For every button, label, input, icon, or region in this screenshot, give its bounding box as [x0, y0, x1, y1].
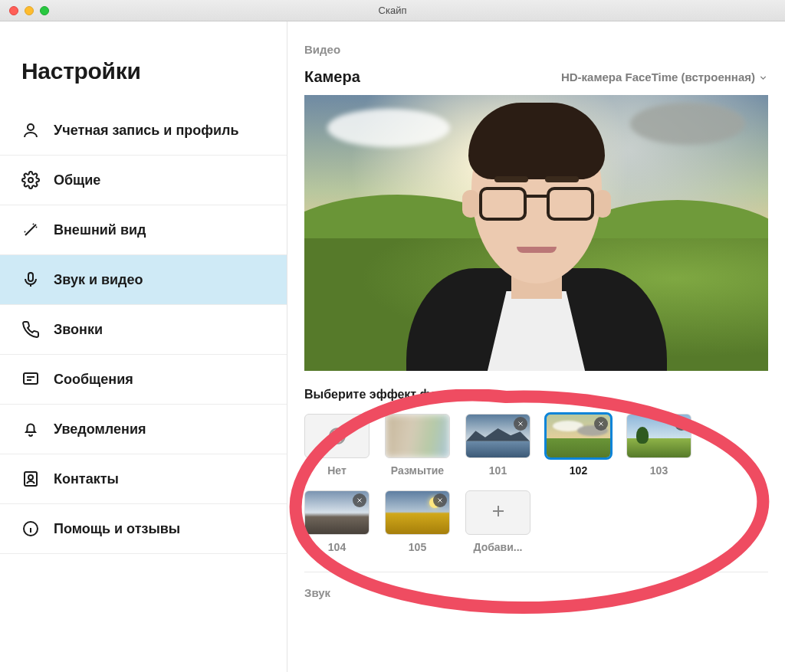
bell-icon: [21, 420, 40, 438]
bg-option-add[interactable]: Добави...: [465, 490, 530, 553]
microphone-icon: [21, 270, 40, 289]
chevron-down-icon: [758, 72, 768, 82]
sidebar-item-notifications[interactable]: Уведомления: [0, 405, 287, 454]
sidebar-item-account[interactable]: Учетная запись и профиль: [0, 106, 287, 156]
settings-content: Видео Камера HD-камера FaceTime (встроен…: [287, 21, 785, 672]
none-icon: [305, 415, 369, 457]
svg-rect-3: [24, 373, 38, 384]
sidebar-item-label: Учетная запись и профиль: [54, 122, 239, 139]
close-window-button[interactable]: [9, 6, 18, 15]
sidebar-item-messaging[interactable]: Сообщения: [0, 355, 287, 405]
settings-menu: Учетная запись и профиль Общие Внешний в…: [0, 106, 287, 554]
background-effects-grid: Нет Размытие 101 102: [304, 414, 703, 553]
plus-icon: [489, 502, 507, 523]
sidebar-title: Настройки: [0, 21, 287, 106]
svg-rect-2: [28, 273, 33, 281]
section-divider: [304, 572, 768, 572]
bg-option-blur[interactable]: Размытие: [385, 414, 450, 477]
bg-option-label: Добави...: [473, 541, 522, 553]
window-title: Скайп: [0, 5, 785, 16]
sidebar-item-calling[interactable]: Звонки: [0, 305, 287, 355]
person-icon: [21, 121, 40, 139]
bg-option-label: 101: [489, 464, 507, 477]
remove-bg-button[interactable]: [353, 493, 366, 507]
sidebar-item-label: Контакты: [54, 470, 119, 488]
bg-option-101[interactable]: 101: [465, 414, 530, 477]
sidebar-item-label: Сообщения: [54, 371, 133, 388]
bg-option-none[interactable]: Нет: [304, 414, 370, 477]
camera-heading: Камера: [304, 68, 360, 86]
sidebar-item-contacts[interactable]: Контакты: [0, 454, 287, 504]
settings-sidebar: Настройки Учетная запись и профиль Общие…: [0, 21, 287, 672]
camera-preview: [304, 95, 768, 371]
sidebar-item-audio-video[interactable]: Звук и видео: [0, 255, 287, 305]
bg-option-105[interactable]: 105: [385, 490, 450, 553]
sidebar-item-general[interactable]: Общие: [0, 156, 287, 205]
contacts-icon: [21, 470, 40, 488]
audio-section-label: Звук: [304, 586, 768, 599]
sidebar-item-help-feedback[interactable]: Помощь и отзывы: [0, 504, 287, 554]
minimize-window-button[interactable]: [25, 6, 34, 15]
bg-option-label: Нет: [327, 464, 347, 477]
bg-option-102[interactable]: 102: [546, 414, 611, 477]
sidebar-item-appearance[interactable]: Внешний вид: [0, 205, 287, 255]
bg-option-label: 104: [328, 541, 346, 553]
titlebar: Скайп: [0, 0, 785, 21]
background-effects-heading: Выберите эффект фона: [304, 388, 768, 402]
bg-option-104[interactable]: 104: [304, 490, 370, 553]
remove-bg-button[interactable]: [433, 493, 447, 507]
sidebar-item-label: Внешний вид: [54, 221, 146, 239]
remove-bg-button[interactable]: [514, 417, 527, 431]
person-preview: [399, 107, 675, 371]
chat-icon: [21, 370, 40, 388]
sidebar-item-label: Звонки: [54, 321, 103, 339]
sidebar-item-label: Звук и видео: [54, 271, 143, 289]
svg-point-1: [28, 178, 33, 182]
svg-point-5: [28, 475, 33, 480]
sidebar-item-label: Уведомления: [54, 421, 146, 438]
window-controls: [0, 6, 49, 15]
camera-select-dropdown[interactable]: HD-камера FaceTime (встроенная): [561, 70, 768, 84]
bg-option-label: 105: [409, 541, 426, 553]
bg-option-label: Размытие: [391, 464, 444, 477]
camera-selected-value: HD-камера FaceTime (встроенная): [561, 70, 755, 84]
bg-option-label: 102: [570, 464, 587, 477]
video-section-label: Видео: [304, 43, 768, 56]
bg-option-label: 103: [650, 464, 668, 477]
phone-icon: [21, 320, 40, 339]
gear-icon: [21, 171, 40, 189]
remove-bg-button[interactable]: [594, 417, 608, 431]
sidebar-item-label: Общие: [54, 172, 100, 189]
bg-option-103[interactable]: 103: [626, 414, 691, 477]
svg-point-0: [28, 124, 34, 130]
zoom-window-button[interactable]: [40, 6, 49, 15]
wand-icon: [21, 221, 40, 239]
info-icon: [21, 520, 40, 538]
sidebar-item-label: Помощь и отзывы: [54, 520, 180, 538]
remove-bg-button[interactable]: [675, 417, 688, 431]
